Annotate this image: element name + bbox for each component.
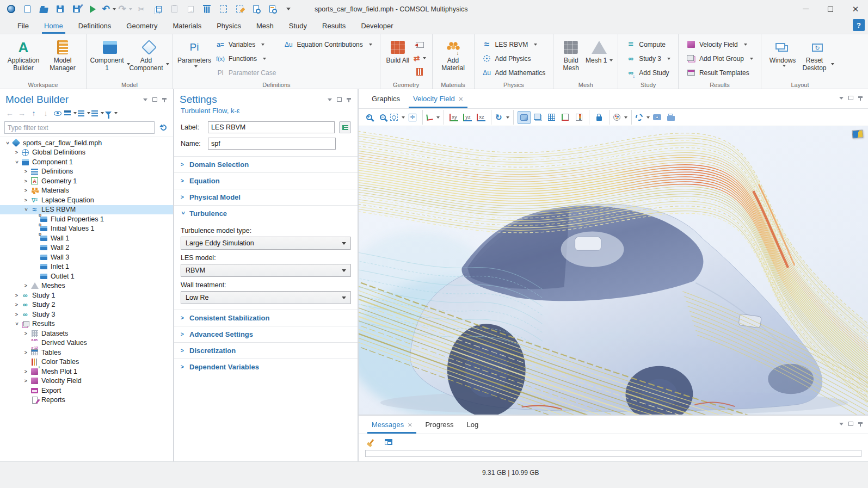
section-discretization[interactable]: >Discretization [174,343,358,359]
default-view-button[interactable] [427,112,440,123]
menu-tab-definitions[interactable]: Definitions [71,18,119,34]
menu-tab-study[interactable]: Study [281,18,315,34]
tree-node-datasets[interactable]: Datasets [0,329,173,338]
tree-node-component-1[interactable]: Component 1 [0,157,173,167]
pin-icon[interactable] [858,422,863,424]
functions-button[interactable]: Functions [212,52,279,65]
add-plot-group-button[interactable]: Add Plot Group [683,52,756,65]
messages-tab-progress[interactable]: Progress [418,416,460,434]
clear-messages-button[interactable] [365,436,377,448]
physics-interface-button[interactable]: LES RBVM [479,38,549,51]
application-builder-button[interactable]: Application Builder [4,36,42,80]
find-button[interactable] [249,3,262,16]
parameters-button[interactable]: Parameters [177,36,211,80]
view-yz-button[interactable]: yz [461,112,473,123]
tree-node-export[interactable]: Export [0,386,173,396]
pin-icon[interactable] [858,96,863,98]
maximize-button[interactable] [818,0,843,18]
tree-chevron-icon[interactable] [13,312,21,317]
tree-chevron-icon[interactable] [13,293,21,298]
filter-input[interactable] [4,121,155,134]
menu-tab-materials[interactable]: Materials [165,18,209,34]
paste-button[interactable] [168,3,181,16]
tree-node-definitions[interactable]: Definitions [0,167,173,177]
tree-chevron-icon[interactable] [22,188,30,193]
save-as-button[interactable] [70,3,83,16]
cut-button[interactable] [135,3,148,16]
node-text-button[interactable] [91,108,104,119]
lock-button[interactable] [593,112,605,123]
minimize-button[interactable] [793,0,818,18]
menu-tab-developer[interactable]: Developer [353,18,401,34]
tree-node-study-3[interactable]: Study 3 [0,310,173,319]
plot-window-icon[interactable] [852,129,864,138]
filter-button[interactable] [105,108,118,119]
close-icon[interactable] [408,421,412,429]
menu-tab-file[interactable]: File [10,18,36,34]
tree-chevron-icon[interactable] [22,350,30,355]
view-xy-button[interactable]: xy [448,112,460,123]
component-1-button[interactable]: Component 1 [91,36,129,80]
add-physics-button[interactable]: Add Physics [479,52,549,65]
section-consistent-stabilization[interactable]: >Consistent Stabilization [174,310,358,326]
tree-node-color-tables[interactable]: Color Tables [0,357,173,367]
messages-tab-log[interactable]: Log [460,416,485,434]
menu-tab-geometry[interactable]: Geometry [119,18,165,34]
float-icon[interactable] [848,422,853,426]
delete-button[interactable] [200,3,213,16]
show-hide-button[interactable] [52,108,63,119]
tree-node-sports-car-flow-field-mph[interactable]: sports_car_flow_field.mph [0,138,173,148]
graphics-canvas[interactable] [359,126,868,415]
dropdown-wall-treatment[interactable]: Low Re [181,291,351,304]
transparency-button[interactable] [518,111,531,124]
tree-node-materials[interactable]: Materials [0,186,173,196]
build-all-button[interactable]: Build All [385,36,411,80]
compute-button[interactable]: Compute [623,38,674,51]
add-mathematics-button[interactable]: Add Mathematics [479,66,549,79]
add-study-button[interactable]: Add Study [623,66,674,79]
scene-update-button[interactable] [636,112,650,123]
tree-node-fluid-properties-1[interactable]: Fluid Properties 1 [0,214,173,224]
tree-chevron-icon[interactable] [22,207,30,212]
add-material-button[interactable]: Add Material [437,36,470,80]
tree-node-geometry-1[interactable]: Geometry 1 [0,176,173,186]
tree-chevron-icon[interactable] [22,178,30,184]
tree-node-tables[interactable]: Tables [0,348,173,357]
dropdown-turbulence-model-type[interactable]: Large Eddy Simulation [181,237,351,250]
new-file-button[interactable] [21,3,34,16]
tree-chevron-icon[interactable] [22,197,30,203]
rotate-button[interactable] [495,112,509,123]
find-search-button[interactable] [266,3,279,16]
graphics-tab-graphics[interactable]: Graphics [365,89,407,108]
tree-node-wall-3[interactable]: Wall 3 [0,252,173,262]
geometry-import-button[interactable] [414,39,426,51]
chevron-down-icon[interactable] [839,97,844,100]
run-button[interactable] [86,3,99,16]
scene-button[interactable] [532,112,544,123]
label-input[interactable] [208,121,335,133]
graphics-tab-velocity-field[interactable]: Velocity Field [407,89,470,108]
windows-button[interactable]: Windows [766,36,799,80]
close-icon[interactable] [459,95,463,103]
collapse-all-button[interactable] [78,108,90,119]
section-turbulence[interactable]: >Turbulence [174,206,358,221]
forward-button[interactable]: → [16,108,27,119]
plot-axes-button[interactable] [559,112,571,123]
velocity-field-button[interactable]: Velocity Field [683,38,756,51]
geometry-rebuild-button[interactable] [412,52,428,64]
menu-tab-mesh[interactable]: Mesh [249,18,281,34]
tree-chevron-icon[interactable] [13,150,21,155]
zoom-in-button[interactable] [363,112,375,123]
help-button[interactable]: ? [853,19,865,31]
redo-button[interactable] [119,3,132,16]
add-component-button[interactable]: Add Component [130,36,168,80]
close-button[interactable]: ✕ [843,0,868,18]
pin-icon[interactable] [162,98,167,100]
tree-node-meshes[interactable]: Meshes [0,281,173,291]
section-physical-model[interactable]: >Physical Model [174,189,358,206]
tree-chevron-icon[interactable] [22,331,30,336]
messages-tab-messages[interactable]: Messages [365,416,418,434]
back-button[interactable]: ← [4,108,15,119]
open-file-button[interactable] [37,3,50,16]
toolbar-overflow-button[interactable] [282,3,295,16]
